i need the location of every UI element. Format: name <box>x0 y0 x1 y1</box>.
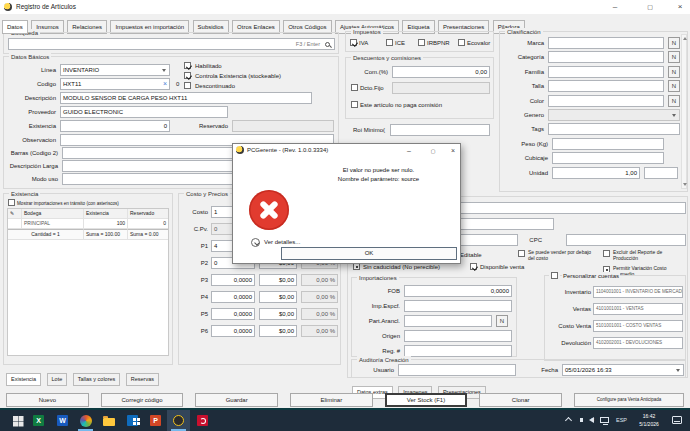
scrollbar[interactable] <box>681 34 687 189</box>
p5-monto[interactable]: $0,00 <box>259 308 297 320</box>
nuevo-button[interactable]: Nuevo <box>6 393 89 407</box>
reg-input[interactable] <box>404 345 512 357</box>
usuario-input[interactable] <box>398 364 516 376</box>
part-arancl-n-button[interactable]: N <box>496 315 508 327</box>
unidad-input[interactable]: 1,00 <box>552 167 640 179</box>
search-icon[interactable] <box>325 42 330 47</box>
taskbar-explorer[interactable] <box>97 410 120 431</box>
devolucion-input[interactable]: 4102002001 - DEVOLUCIONES <box>593 337 683 349</box>
col-bodega[interactable]: Bodega <box>22 209 84 219</box>
p4-input[interactable]: 0,0000 <box>211 291 255 303</box>
p4-monto[interactable]: $0,00 <box>259 291 297 303</box>
fecha-select[interactable]: 05/01/2026 16:33 <box>562 364 684 376</box>
minimize-icon[interactable] <box>604 0 626 14</box>
color-input[interactable] <box>548 95 664 107</box>
checkbox-habilitado[interactable] <box>184 62 191 69</box>
checkbox-excluir-reporte[interactable] <box>603 250 610 257</box>
ok-button[interactable]: OK <box>281 247 457 260</box>
descripcion-input[interactable]: MODULO SENSOR DE CARGA PESO HXT11 <box>60 92 312 104</box>
clock[interactable]: 16:42 5/1/2026 <box>632 413 666 428</box>
cpc-input[interactable] <box>566 234 686 246</box>
categoria-input[interactable] <box>548 51 664 63</box>
tab-datos[interactable]: Datos <box>2 20 28 34</box>
costo-venta-input[interactable]: 5101001001 - COSTO VENTAS <box>593 320 683 332</box>
unidad-extra-input[interactable] <box>644 167 678 179</box>
checkbox-iva[interactable] <box>350 39 357 46</box>
existencia-input[interactable]: 0 <box>60 120 170 132</box>
imp-espcf-input[interactable] <box>404 300 512 312</box>
clonar-button[interactable]: Clonar <box>479 393 562 407</box>
checkbox-mostrar-importaciones[interactable] <box>8 199 15 206</box>
talla-n-button[interactable]: N <box>668 80 680 92</box>
dialog-minimize-icon[interactable] <box>401 145 417 156</box>
checkbox-descontinuado[interactable] <box>184 82 191 89</box>
p6-monto[interactable]: $0,00 <box>259 325 297 337</box>
familia-input[interactable] <box>548 66 664 78</box>
talla-input[interactable] <box>548 80 664 92</box>
p5-input[interactable]: 0,0000 <box>211 308 255 320</box>
com-input[interactable]: 0,00 <box>392 66 490 78</box>
close-icon[interactable] <box>669 0 690 14</box>
p6-input[interactable]: 0,0000 <box>211 325 255 337</box>
corregir-codigo-button[interactable]: Corregir código <box>101 393 184 407</box>
tab-reservas[interactable]: Reservas <box>126 373 159 386</box>
checkbox-ecovalor[interactable] <box>458 39 465 46</box>
taskbar-word[interactable]: W <box>51 410 74 431</box>
tab-existencia[interactable]: Existencia <box>6 373 41 386</box>
reservado-input[interactable] <box>232 120 334 132</box>
part-arancl-input[interactable] <box>404 315 492 327</box>
ventas-input[interactable]: 4101001001 - VENTAS <box>593 303 683 315</box>
ver-stock-button[interactable]: Ver Stock (F1) <box>385 393 468 407</box>
guardar-button[interactable]: Guardar <box>195 393 278 407</box>
checkbox-disponible-venta[interactable] <box>470 263 477 270</box>
fob-input[interactable]: 0,0000 <box>404 285 512 297</box>
col-existencia[interactable]: Existencia <box>84 209 128 219</box>
taskbar-pcgerente[interactable] <box>167 410 190 431</box>
p3-input[interactable]: 0,0000 <box>211 274 255 286</box>
roi-minimo-input[interactable] <box>390 124 490 136</box>
tab-tallas-colores[interactable]: Tallas y colores <box>73 373 121 386</box>
action-center-icon[interactable] <box>672 416 682 424</box>
table-row[interactable]: PRINCIPAL 100 0 <box>8 219 168 229</box>
codigo-input[interactable]: HXT11 <box>60 78 170 90</box>
volume-muted-icon[interactable] <box>589 417 594 423</box>
categoria-n-button[interactable]: N <box>668 51 680 63</box>
inventario-input[interactable]: 1104001001 - INVENTARIO DE MERCADERIA <box>593 286 683 298</box>
p3-monto[interactable]: $0,00 <box>259 274 297 286</box>
checkbox-no-comision[interactable] <box>351 101 358 108</box>
expand-details-icon[interactable] <box>251 238 260 247</box>
taskbar-acrobat[interactable] <box>191 410 214 431</box>
search-input[interactable]: F3 / Enter <box>8 38 335 50</box>
familia-n-button[interactable]: N <box>668 66 680 78</box>
cubicaje-input[interactable] <box>552 152 664 164</box>
checkbox-dcto-fijo[interactable] <box>351 84 358 91</box>
maximize-icon[interactable] <box>639 0 661 14</box>
checkbox-irbpnr[interactable] <box>418 39 425 46</box>
configure-venta-anticipada-button[interactable]: Configure para Venta Anticipada <box>574 393 684 407</box>
dialog-close-icon[interactable] <box>445 145 461 156</box>
checkbox-ice[interactable] <box>386 39 393 46</box>
scroll-down-icon[interactable] <box>683 183 687 186</box>
ver-detalles-link[interactable]: Ver detalles... <box>264 239 300 245</box>
network-icon[interactable] <box>600 417 609 423</box>
taskbar-store[interactable] <box>121 410 144 431</box>
checkbox-sin-caducidad[interactable] <box>353 263 360 270</box>
marca-n-button[interactable]: N <box>668 37 680 49</box>
eliminar-button[interactable]: Eliminar <box>290 393 373 407</box>
origen-input[interactable] <box>404 330 512 342</box>
genero-select[interactable] <box>548 109 680 121</box>
peso-input[interactable] <box>552 138 664 150</box>
language-indicator[interactable]: ESP <box>616 410 627 431</box>
color-n-button[interactable]: N <box>668 95 680 107</box>
tray-expand-icon[interactable] <box>565 417 572 424</box>
row-selector[interactable] <box>8 219 22 229</box>
tags-input[interactable] <box>548 123 680 135</box>
start-button[interactable] <box>2 410 25 431</box>
taskbar-browser[interactable] <box>74 410 97 431</box>
marca-input[interactable] <box>548 37 664 49</box>
checkbox-vender-debajo-costo[interactable] <box>518 250 525 257</box>
tab-lote[interactable]: Lote <box>47 373 68 386</box>
proveedor-input[interactable]: GUIDO ELECTRONIC <box>60 106 228 118</box>
checkbox-personalizar-cuentas[interactable] <box>551 272 558 279</box>
taskbar-excel[interactable]: X <box>27 410 50 431</box>
